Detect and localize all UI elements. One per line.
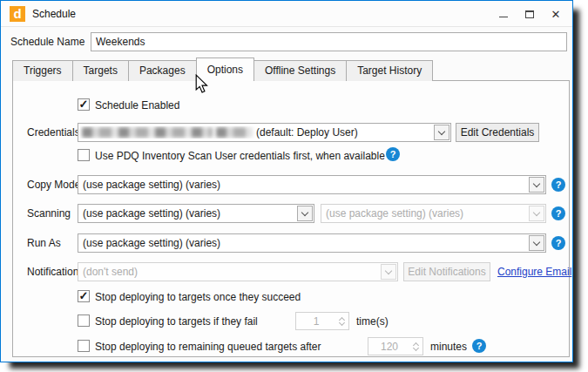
run-as-value: (use package setting) (varies)	[78, 237, 528, 249]
stop-if-fail-label: Stop deploying to targets if they fail	[95, 315, 258, 328]
fail-count-spinner: 1	[295, 312, 349, 330]
redacted-credential-text	[82, 127, 213, 138]
minutes-value: 120	[368, 341, 410, 353]
stop-once-succeed-checkbox[interactable]: ✓	[78, 290, 90, 302]
schedule-enabled-checkbox[interactable]: ✓	[78, 98, 90, 111]
schedule-enabled-label: Schedule Enabled	[95, 99, 179, 112]
help-icon[interactable]: ?	[472, 339, 486, 353]
inventory-scan-user-label: Use PDQ Inventory Scan User credentials …	[95, 150, 385, 162]
maximize-button[interactable]	[517, 1, 543, 27]
inventory-scan-user-checkbox[interactable]	[78, 149, 90, 161]
chevron-down-icon	[381, 264, 396, 280]
fail-count-value: 1	[296, 315, 336, 328]
schedule-name-label: Schedule Name	[10, 36, 84, 48]
spinner-arrows-icon	[336, 318, 348, 325]
credentials-value: (default: Deploy User)	[78, 126, 433, 139]
chevron-down-icon[interactable]	[529, 235, 544, 251]
spinner-arrows-icon	[410, 343, 422, 350]
configure-email-link[interactable]: Configure Email	[497, 266, 571, 278]
tab-triggers[interactable]: Triggers	[12, 60, 73, 81]
credentials-label: Credentials	[27, 126, 80, 139]
tab-target-history[interactable]: Target History	[346, 60, 433, 81]
scanning-label: Scanning	[27, 207, 71, 220]
credentials-default-suffix: (default: Deploy User)	[256, 126, 358, 139]
help-icon[interactable]: ?	[551, 236, 565, 250]
copy-mode-label: Copy Mode	[27, 179, 80, 191]
notifications-value: (don't send)	[78, 266, 380, 278]
tab-strip: Triggers Targets Packages Options Offlin…	[12, 57, 432, 81]
checkmark-icon: ✓	[79, 99, 89, 110]
scanning-secondary-select: (use package setting) (varies)	[321, 204, 546, 223]
copy-mode-select[interactable]: (use package setting) (varies)	[78, 175, 546, 194]
stop-remaining-suffix: minutes	[430, 341, 467, 353]
run-as-select[interactable]: (use package setting) (varies)	[78, 233, 546, 253]
scanning-secondary-value: (use package setting) (varies)	[321, 207, 528, 220]
stop-if-fail-checkbox[interactable]	[78, 315, 90, 327]
pdq-deploy-app-icon: d	[10, 6, 25, 22]
scanning-value: (use package setting) (varies)	[78, 207, 296, 220]
title-bar[interactable]: d Schedule ✕	[1, 1, 572, 27]
redacted-credential-text	[216, 127, 253, 138]
edit-notifications-button: Edit Notifications	[403, 262, 490, 281]
chevron-down-icon	[529, 206, 544, 221]
credentials-select[interactable]: (default: Deploy User)	[78, 123, 451, 142]
checkmark-icon: ✓	[79, 291, 89, 301]
close-button[interactable]: ✕	[543, 1, 569, 27]
stop-remaining-checkbox[interactable]	[78, 340, 90, 352]
help-icon[interactable]: ?	[386, 147, 400, 161]
window-title: Schedule	[32, 8, 76, 20]
close-icon: ✕	[551, 9, 561, 20]
schedule-dialog: d Schedule ✕ Schedule Name Triggers Targ…	[0, 0, 573, 362]
tab-packages[interactable]: Packages	[128, 60, 197, 81]
schedule-name-input[interactable]	[91, 32, 567, 51]
minimize-button[interactable]	[490, 1, 517, 27]
chevron-down-icon[interactable]	[529, 177, 544, 193]
chevron-down-icon[interactable]	[297, 206, 313, 221]
help-icon[interactable]: ?	[551, 206, 565, 220]
mouse-cursor	[193, 74, 209, 93]
tab-offline-settings[interactable]: Offline Settings	[253, 60, 347, 81]
scanning-select[interactable]: (use package setting) (varies)	[78, 204, 314, 223]
help-icon[interactable]: ?	[551, 178, 565, 192]
edit-credentials-button[interactable]: Edit Credentials	[456, 123, 539, 142]
copy-mode-value: (use package setting) (varies)	[78, 179, 528, 191]
stop-remaining-label: Stop deploying to remaining queued targe…	[95, 341, 321, 353]
minimize-icon	[499, 17, 508, 17]
run-as-label: Run As	[27, 237, 61, 249]
chevron-down-icon[interactable]	[434, 125, 449, 140]
notifications-label: Notifications	[27, 266, 84, 278]
options-tab-panel: ✓ Schedule Enabled Credentials (default:…	[12, 80, 570, 357]
minutes-spinner: 120	[368, 337, 423, 355]
notifications-select: (don't send)	[78, 262, 398, 281]
tab-targets[interactable]: Targets	[72, 60, 129, 81]
stop-if-fail-suffix: time(s)	[356, 315, 389, 328]
stop-once-succeed-label: Stop deploying to targets once they succ…	[95, 291, 301, 303]
maximize-icon	[525, 10, 534, 18]
